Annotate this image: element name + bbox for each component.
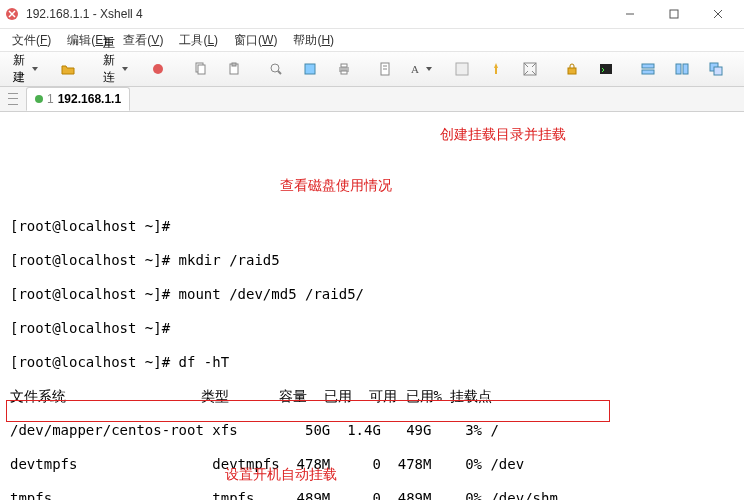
- lock-icon: [564, 61, 580, 77]
- search-icon: [268, 61, 284, 77]
- lock-button[interactable]: [556, 56, 588, 82]
- status-dot-icon: [35, 95, 43, 103]
- svg-text:A: A: [411, 63, 419, 75]
- chevron-down-icon: [426, 67, 432, 71]
- svg-rect-29: [683, 64, 688, 74]
- log-button[interactable]: [370, 56, 402, 82]
- tab-title: 192.168.1.1: [58, 92, 121, 106]
- svg-rect-16: [341, 64, 347, 67]
- always-top-button[interactable]: [480, 56, 512, 82]
- fullscreen-button[interactable]: [514, 56, 546, 82]
- properties-button[interactable]: [294, 56, 326, 82]
- cascade-button[interactable]: [700, 56, 732, 82]
- svg-rect-24: [568, 68, 576, 74]
- svg-rect-17: [341, 71, 347, 74]
- svg-rect-25: [600, 64, 612, 74]
- new-button-label: 新建: [13, 52, 25, 86]
- svg-rect-2: [670, 10, 678, 18]
- new-button[interactable]: 新建: [4, 56, 42, 82]
- svg-rect-9: [198, 65, 205, 74]
- annotation-mount: 创建挂载目录并挂载: [440, 126, 566, 143]
- terminal[interactable]: 创建挂载目录并挂载 查看磁盘使用情况 设置开机自动挂载 [root@localh…: [0, 112, 744, 500]
- svg-rect-26: [642, 64, 654, 68]
- terminal-line: 文件系统 类型 容量 已用 可用 已用% 挂载点: [10, 388, 738, 405]
- svg-line-13: [278, 71, 281, 74]
- svg-rect-31: [714, 67, 722, 75]
- svg-point-7: [153, 64, 163, 74]
- menu-window[interactable]: 窗口(W): [226, 30, 285, 51]
- terminal-line: tmpfs tmpfs 489M 0 489M 0% /dev/shm: [10, 490, 738, 500]
- toolbar: 新建 重新连接 A: [0, 52, 744, 87]
- tile-v-button[interactable]: [666, 56, 698, 82]
- terminal-line: devtmpfs devtmpfs 478M 0 478M 0% /dev: [10, 456, 738, 473]
- paste-button[interactable]: [218, 56, 250, 82]
- session-tab[interactable]: 1 192.168.1.1: [26, 87, 130, 111]
- chevron-down-icon: [122, 67, 128, 71]
- svg-rect-11: [232, 63, 236, 66]
- copy-button[interactable]: [184, 56, 216, 82]
- maximize-button[interactable]: [652, 0, 696, 28]
- disconnect-button[interactable]: [142, 56, 174, 82]
- terminal-line: [root@localhost ~]# mount /dev/md5 /raid…: [10, 286, 738, 303]
- terminal-button[interactable]: [590, 56, 622, 82]
- menu-file[interactable]: 文件(F): [4, 30, 59, 51]
- close-button[interactable]: [696, 0, 740, 28]
- svg-rect-14: [305, 64, 315, 74]
- titlebar: 192.168.1.1 - Xshell 4: [0, 0, 744, 29]
- tabstrip: 1 192.168.1.1: [0, 87, 744, 112]
- reconnect-button[interactable]: 重新连接: [94, 56, 132, 82]
- svg-rect-27: [642, 70, 654, 74]
- annotation-fstab: 设置开机自动挂载: [225, 466, 337, 483]
- svg-rect-22: [456, 63, 468, 75]
- font-button[interactable]: A: [404, 56, 436, 82]
- menu-view[interactable]: 查看(V): [115, 30, 171, 51]
- annotation-df: 查看磁盘使用情况: [280, 177, 392, 194]
- menu-help[interactable]: 帮助(H): [285, 30, 342, 51]
- terminal-line: /dev/mapper/centos-root xfs 50G 1.4G 49G…: [10, 422, 738, 439]
- terminal-line: [root@localhost ~]# mkdir /raid5: [10, 252, 738, 269]
- tab-handle[interactable]: [6, 91, 20, 107]
- menu-tools[interactable]: 工具(L): [171, 30, 226, 51]
- minimize-button[interactable]: [608, 0, 652, 28]
- tile-h-button[interactable]: [632, 56, 664, 82]
- svg-rect-28: [676, 64, 681, 74]
- terminal-line: [root@localhost ~]# df -hT: [10, 354, 738, 371]
- transparent-button[interactable]: [446, 56, 478, 82]
- tab-number: 1: [47, 92, 54, 106]
- terminal-line: [root@localhost ~]#: [10, 218, 738, 235]
- open-button[interactable]: [52, 56, 84, 82]
- search-button[interactable]: [260, 56, 292, 82]
- svg-point-12: [271, 64, 279, 72]
- app-icon: [4, 6, 20, 22]
- print-button[interactable]: [328, 56, 360, 82]
- terminal-line: [root@localhost ~]#: [10, 320, 738, 337]
- window-title: 192.168.1.1 - Xshell 4: [26, 7, 608, 21]
- chevron-down-icon: [32, 67, 38, 71]
- window-controls: [608, 0, 740, 28]
